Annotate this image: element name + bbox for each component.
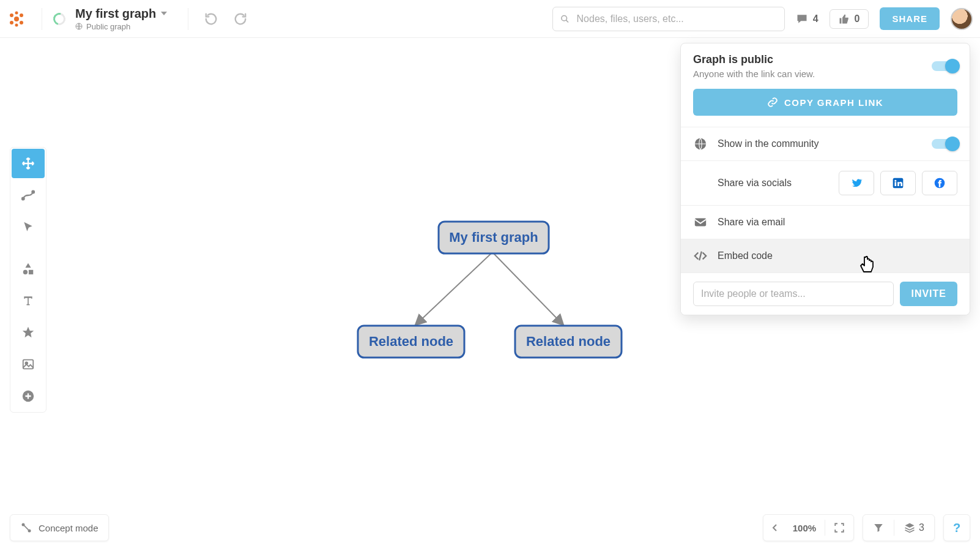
likes-button[interactable]: 0 bbox=[830, 9, 869, 29]
tool-shape[interactable] bbox=[10, 253, 46, 285]
invite-button[interactable]: INVITE bbox=[900, 282, 957, 306]
svg-rect-25 bbox=[695, 219, 706, 227]
edge[interactable] bbox=[492, 252, 563, 324]
node-child-left[interactable]: Related node bbox=[358, 326, 464, 358]
share-community-label: Show in the community bbox=[718, 138, 922, 149]
share-button[interactable]: SHARE bbox=[880, 7, 940, 30]
filter-button[interactable] bbox=[866, 515, 891, 541]
layers-button[interactable]: 3 bbox=[897, 515, 932, 541]
zoom-out-button[interactable] bbox=[766, 515, 784, 541]
globe-icon bbox=[693, 137, 708, 151]
left-toolbar bbox=[10, 147, 46, 413]
redo-button[interactable] bbox=[229, 7, 252, 31]
tool-image[interactable] bbox=[10, 348, 46, 380]
share-socials-label: Share via socials bbox=[718, 178, 829, 189]
share-panel: Graph is public Anyone with the link can… bbox=[680, 43, 970, 315]
divider bbox=[188, 8, 188, 30]
svg-rect-17 bbox=[23, 360, 34, 369]
sync-status-icon bbox=[51, 10, 67, 27]
svg-point-2 bbox=[20, 13, 23, 17]
star-icon bbox=[21, 326, 35, 339]
svg-point-15 bbox=[23, 270, 28, 274]
chevron-left-icon bbox=[772, 523, 778, 532]
svg-point-1 bbox=[10, 13, 13, 17]
tool-text[interactable] bbox=[10, 285, 46, 317]
comments-count: 4 bbox=[813, 13, 819, 24]
share-linkedin-button[interactable] bbox=[880, 171, 916, 195]
tool-curve[interactable] bbox=[10, 179, 46, 211]
divider bbox=[42, 8, 42, 30]
graph-title: My first graph bbox=[75, 7, 156, 21]
share-email-label: Share via email bbox=[718, 217, 957, 228]
share-facebook-button[interactable] bbox=[922, 171, 957, 195]
likes-count: 0 bbox=[855, 13, 860, 24]
node-root[interactable]: My first graph bbox=[439, 222, 549, 253]
link-icon bbox=[767, 97, 778, 108]
edge[interactable] bbox=[416, 252, 492, 324]
share-twitter-button[interactable] bbox=[839, 171, 874, 195]
layers-count: 3 bbox=[919, 522, 924, 533]
mode-button[interactable]: Concept mode bbox=[10, 514, 109, 541]
undo-button[interactable] bbox=[199, 7, 223, 31]
node-label: My first graph bbox=[449, 230, 538, 245]
share-embed-label: Embed code bbox=[718, 250, 957, 261]
move-icon bbox=[21, 157, 35, 170]
public-toggle[interactable] bbox=[932, 61, 957, 71]
node-child-right[interactable]: Related node bbox=[515, 326, 622, 358]
share-embed-row[interactable]: Embed code bbox=[681, 239, 970, 272]
thumbs-up-icon bbox=[839, 13, 850, 24]
graph-visibility[interactable]: Public graph bbox=[75, 22, 167, 31]
concept-mode-icon bbox=[20, 522, 32, 534]
app-logo[interactable] bbox=[7, 10, 26, 28]
fullscreen-icon bbox=[834, 522, 845, 533]
share-public-subtitle: Anyone with the link can view. bbox=[693, 69, 922, 79]
zoom-control: 100% bbox=[763, 514, 854, 541]
tool-select[interactable] bbox=[10, 211, 46, 243]
svg-rect-16 bbox=[29, 270, 33, 274]
tool-move[interactable] bbox=[12, 149, 45, 178]
share-socials-row: Share via socials bbox=[681, 160, 970, 205]
comment-icon bbox=[796, 13, 808, 25]
help-button[interactable]: ? bbox=[943, 514, 970, 541]
svg-point-3 bbox=[10, 21, 13, 24]
twitter-icon bbox=[850, 177, 863, 189]
linkedin-icon bbox=[892, 177, 904, 189]
search-box[interactable] bbox=[552, 7, 785, 31]
search-input[interactable] bbox=[576, 13, 777, 25]
search-icon bbox=[560, 14, 570, 24]
share-public-title: Graph is public bbox=[693, 53, 922, 66]
facebook-icon bbox=[934, 177, 946, 189]
plus-circle-icon bbox=[21, 389, 35, 403]
node-label: Related node bbox=[369, 334, 453, 349]
graph-title-row[interactable]: My first graph bbox=[75, 7, 167, 21]
svg-point-8 bbox=[562, 15, 567, 21]
filter-icon bbox=[873, 522, 884, 533]
image-icon bbox=[21, 358, 35, 371]
svg-point-13 bbox=[22, 198, 24, 200]
share-email-row[interactable]: Share via email bbox=[681, 205, 970, 239]
view-controls: 3 bbox=[863, 514, 935, 541]
mode-label: Concept mode bbox=[39, 523, 98, 533]
svg-point-14 bbox=[32, 191, 34, 193]
shapes-icon bbox=[21, 262, 35, 276]
svg-point-0 bbox=[14, 17, 19, 21]
mail-icon bbox=[693, 216, 708, 229]
community-toggle[interactable] bbox=[932, 139, 957, 149]
svg-point-6 bbox=[15, 23, 18, 26]
share-community-row: Show in the community bbox=[681, 127, 970, 160]
comments-button[interactable]: 4 bbox=[796, 13, 819, 25]
tool-add[interactable] bbox=[10, 380, 46, 412]
copy-link-button[interactable]: COPY GRAPH LINK bbox=[693, 89, 957, 116]
graph-title-block: My first graph Public graph bbox=[75, 7, 167, 31]
fullscreen-button[interactable] bbox=[828, 515, 851, 541]
tool-star[interactable] bbox=[10, 317, 46, 348]
svg-line-9 bbox=[566, 20, 568, 22]
bottombar: Concept mode 100% 3 ? bbox=[10, 514, 970, 541]
help-icon: ? bbox=[953, 521, 960, 535]
header: My first graph Public graph 4 0 SHARE bbox=[0, 0, 980, 38]
svg-point-5 bbox=[15, 11, 18, 14]
cursor-icon bbox=[22, 221, 34, 233]
avatar[interactable] bbox=[951, 8, 973, 30]
graph-visibility-label: Public graph bbox=[86, 22, 130, 31]
invite-input[interactable] bbox=[693, 282, 894, 306]
